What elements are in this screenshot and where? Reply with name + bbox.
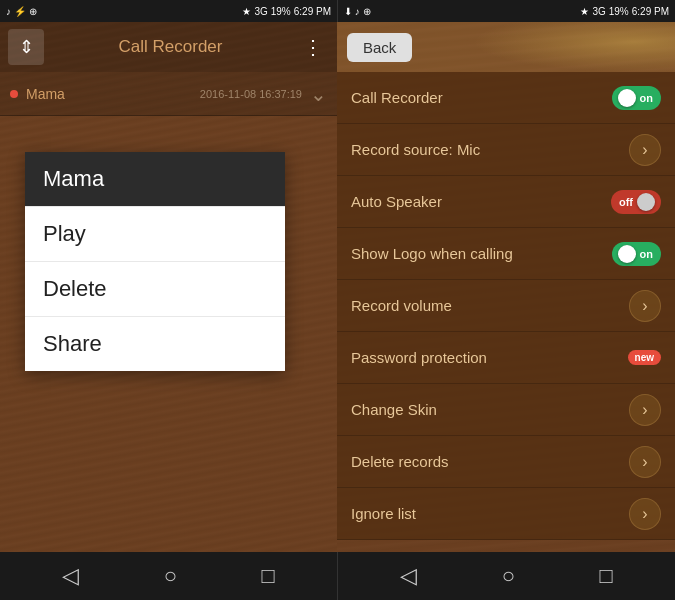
record-item[interactable]: Mama 2016-11-08 16:37:19 ⌄ [0,72,337,116]
settings-list: Call Recorder on Record source: Mic › Au… [337,72,675,552]
setting-label-record-source: Record source: Mic [351,141,480,158]
main-panels: ⇕ Call Recorder ⋮ Mama 2016-11-08 16:37:… [0,22,675,552]
right-back-nav-icon[interactable]: ◁ [400,563,417,589]
left-panel: ⇕ Call Recorder ⋮ Mama 2016-11-08 16:37:… [0,22,337,552]
arrow-record-source[interactable]: › [629,134,661,166]
right-nav-bar: ◁ ○ □ [337,552,675,600]
arrow-delete-records[interactable]: › [629,446,661,478]
app-title: Call Recorder [44,37,297,57]
setting-label-password-protection: Password protection [351,349,487,366]
right-status-bar: ⬇ ♪ ⊕ ★ 3G 19% 6:29 PM [337,0,675,22]
right-home-nav-icon[interactable]: ○ [502,563,515,589]
toggle-show-logo-knob-icon [618,245,636,263]
setting-label-record-volume: Record volume [351,297,452,314]
status-bars: ♪ ⚡ ⊕ ★ 3G 19% 6:29 PM ⬇ ♪ ⊕ ★ 3G 19% 6:… [0,0,675,22]
toggle-call-recorder[interactable]: on [612,86,661,110]
right-star-icon: ★ [580,6,589,17]
context-menu-play[interactable]: Play [25,207,285,262]
back-button[interactable]: Back [347,33,412,62]
right-time: 6:29 PM [632,6,669,17]
setting-label-show-logo: Show Logo when calling [351,245,513,262]
setting-row-record-volume[interactable]: Record volume › [337,280,675,332]
context-menu-share[interactable]: Share [25,317,285,371]
setting-label-delete-records: Delete records [351,453,449,470]
setting-row-record-source[interactable]: Record source: Mic › [337,124,675,176]
setting-row-password-protection[interactable]: Password protection new [337,332,675,384]
context-menu-delete[interactable]: Delete [25,262,285,317]
setting-label-ignore-list: Ignore list [351,505,416,522]
arrow-record-volume[interactable]: › [629,290,661,322]
setting-row-call-recorder[interactable]: Call Recorder on [337,72,675,124]
record-chevron-icon[interactable]: ⌄ [310,82,327,106]
toggle-knob-icon [618,89,636,107]
dropdown-button[interactable]: ⇕ [8,29,44,65]
recents-nav-icon[interactable]: □ [261,563,274,589]
record-date: 2016-11-08 16:37:19 [200,88,302,100]
right-panel: Back Call Recorder on Record source: Mic… [337,22,675,552]
setting-row-show-logo[interactable]: Show Logo when calling on [337,228,675,280]
setting-row-ignore-list[interactable]: Ignore list › [337,488,675,540]
toggle-on-label: on [640,92,653,104]
left-status-icons: ♪ ⚡ ⊕ [6,6,37,17]
toggle-off-label: off [619,196,633,208]
right-battery: 19% [609,6,629,17]
home-nav-icon[interactable]: ○ [164,563,177,589]
left-time: 6:29 PM [294,6,331,17]
left-star-icon: ★ [242,6,251,17]
record-dot-icon [10,90,18,98]
toggle-show-logo[interactable]: on [612,242,661,266]
left-signal: 3G [254,6,267,17]
setting-row-delete-records[interactable]: Delete records › [337,436,675,488]
right-signal: 3G [592,6,605,17]
toggle-show-logo-label: on [640,248,653,260]
left-status-bar: ♪ ⚡ ⊕ ★ 3G 19% 6:29 PM [0,0,337,22]
nav-bars: ◁ ○ □ ◁ ○ □ [0,552,675,600]
menu-button[interactable]: ⋮ [297,31,329,63]
setting-label-auto-speaker: Auto Speaker [351,193,442,210]
record-name: Mama [26,86,200,102]
left-battery: 19% [271,6,291,17]
right-toolbar: Back [337,22,675,72]
arrow-change-skin[interactable]: › [629,394,661,426]
back-nav-icon[interactable]: ◁ [62,563,79,589]
context-menu-title: Mama [25,152,285,207]
setting-row-change-skin[interactable]: Change Skin › [337,384,675,436]
toggle-off-knob-icon [637,193,655,211]
toggle-auto-speaker[interactable]: off [611,190,661,214]
left-nav-bar: ◁ ○ □ [0,552,337,600]
context-menu: Mama Play Delete Share [25,152,285,371]
setting-label-call-recorder: Call Recorder [351,89,443,106]
setting-row-auto-speaker[interactable]: Auto Speaker off [337,176,675,228]
right-recents-nav-icon[interactable]: □ [599,563,612,589]
setting-label-change-skin: Change Skin [351,401,437,418]
new-badge-password: new [628,350,661,365]
app-toolbar: ⇕ Call Recorder ⋮ [0,22,337,72]
right-status-icons: ⬇ ♪ ⊕ [344,6,371,17]
arrow-ignore-list[interactable]: › [629,498,661,530]
